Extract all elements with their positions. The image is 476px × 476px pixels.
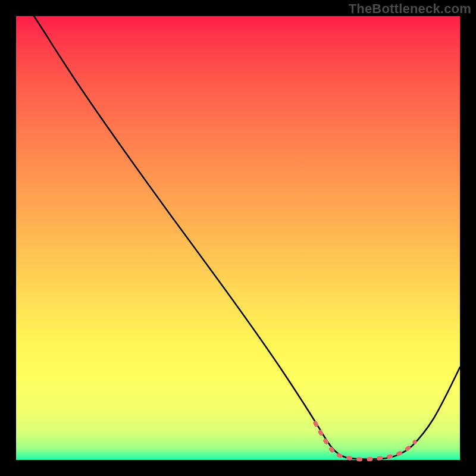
bottleneck-curve [16, 16, 460, 460]
chart-frame: TheBottleneck.com [0, 0, 476, 476]
curve-path [34, 16, 460, 459]
curve-trough-markers [315, 423, 415, 459]
watermark-label: TheBottleneck.com [349, 1, 471, 17]
plot-area [16, 16, 460, 460]
